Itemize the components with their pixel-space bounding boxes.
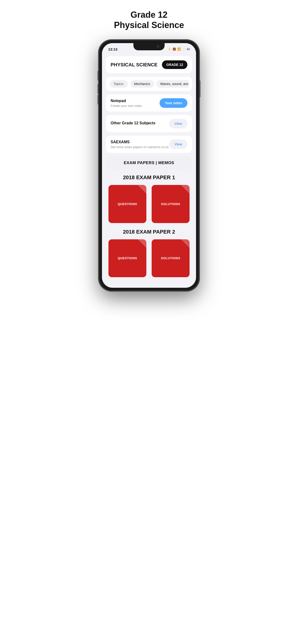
exam-papers-button[interactable]: EXAM PAPERS | MEMOS xyxy=(106,156,192,170)
notepad-card: Notepad Create your own notes Your notes xyxy=(106,94,192,112)
other-subjects-card: Other Grade 12 Subjects View xyxy=(106,115,192,132)
topic-chip-waves[interactable]: Waves, sound, and light xyxy=(157,80,189,88)
grade-badge: GRADE 12 xyxy=(162,60,187,69)
flash-icon: ⚡ xyxy=(168,48,171,51)
topic-chip-mechanics[interactable]: Mechanics xyxy=(130,80,154,88)
notepad-text: Notepad Create your own notes xyxy=(111,99,142,108)
notepad-subtitle: Create your own notes xyxy=(111,104,142,108)
mute-icon: 🔕 xyxy=(173,48,176,51)
header-card: PHYSICAL SCIENCE GRADE 12 xyxy=(106,56,192,73)
battery-icon: 64 xyxy=(187,48,190,50)
exam-1-solutions-button[interactable]: SOLUTIONS xyxy=(152,185,190,223)
saexams-subtitle: Get more exam papers on saexams.co.za xyxy=(111,145,169,149)
your-notes-button[interactable]: Your notes xyxy=(160,98,187,108)
exam-1-questions-button[interactable]: QUESTIONS xyxy=(108,185,146,223)
topics-card: Topics: Mechanics Waves, sound, and ligh… xyxy=(106,77,192,91)
page-title: Grade 12 Physical Science xyxy=(114,10,184,30)
status-time: 13:13 xyxy=(108,47,117,51)
exam-files-row-1: QUESTIONS SOLUTIONS xyxy=(106,185,192,223)
subject-title: PHYSICAL SCIENCE xyxy=(111,62,158,68)
exam-section-1-title: 2018 EXAM PAPER 1 xyxy=(106,174,192,181)
exam-section-2: 2018 EXAM PAPER 2 QUESTIONS SOLUTIONS xyxy=(106,229,192,277)
front-camera xyxy=(157,45,159,48)
phone-frame: 13:13 ⚡ 🔕 📶 ❕ 64 PHYSICAL SCIENCE GRADE … xyxy=(99,40,199,291)
exam-section-2-title: 2018 EXAM PAPER 2 xyxy=(106,229,192,235)
wifi-icon: 📶 xyxy=(177,48,181,51)
screen-content: PHYSICAL SCIENCE GRADE 12 Topics: Mechan… xyxy=(102,54,196,288)
notch xyxy=(133,43,165,50)
status-icons: ⚡ 🔕 📶 ❕ 64 xyxy=(168,48,190,51)
other-subjects-view-button[interactable]: View xyxy=(169,119,187,128)
alert-icon: ❕ xyxy=(182,48,186,51)
saexams-title: SAEXAMS xyxy=(111,140,169,144)
topics-label-chip: Topics: xyxy=(110,80,128,88)
exam-2-questions-button[interactable]: QUESTIONS xyxy=(108,239,146,277)
saexams-card: SAEXAMS Get more exam papers on saexams.… xyxy=(106,136,192,153)
saexams-text: SAEXAMS Get more exam papers on saexams.… xyxy=(111,140,169,149)
exam-files-row-2: QUESTIONS SOLUTIONS xyxy=(106,239,192,277)
saexams-view-button[interactable]: View xyxy=(169,140,187,149)
notepad-title: Notepad xyxy=(111,99,142,103)
other-subjects-title: Other Grade 12 Subjects xyxy=(111,121,156,125)
exam-section-1: 2018 EXAM PAPER 1 QUESTIONS SOLUTIONS xyxy=(106,174,192,223)
exam-2-solutions-button[interactable]: SOLUTIONS xyxy=(152,239,190,277)
topics-scroll: Topics: Mechanics Waves, sound, and ligh… xyxy=(110,80,188,88)
other-subjects-text: Other Grade 12 Subjects xyxy=(111,121,156,126)
phone-screen: 13:13 ⚡ 🔕 📶 ❕ 64 PHYSICAL SCIENCE GRADE … xyxy=(102,43,196,288)
